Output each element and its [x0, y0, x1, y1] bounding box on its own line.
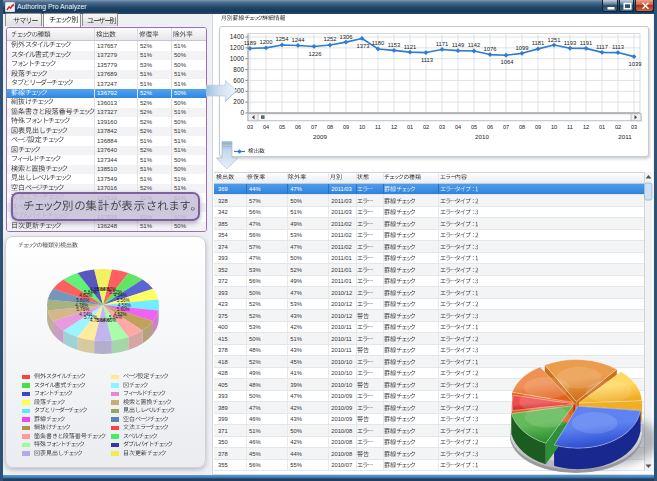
- svg-text:12: 12: [391, 124, 397, 130]
- svg-text:1251: 1251: [548, 37, 561, 43]
- svg-text:1254: 1254: [276, 36, 290, 42]
- svg-text:1306: 1306: [340, 34, 353, 40]
- svg-text:5.76%: 5.76%: [76, 307, 89, 312]
- svg-text:06: 06: [487, 124, 493, 130]
- svg-text:4.78%: 4.78%: [75, 303, 88, 308]
- svg-text:08: 08: [519, 124, 525, 130]
- svg-text:05: 05: [279, 124, 285, 130]
- svg-text:12: 12: [583, 124, 589, 130]
- svg-text:03: 03: [631, 124, 637, 130]
- svg-text:1113: 1113: [612, 44, 624, 50]
- svg-text:11: 11: [567, 124, 573, 130]
- svg-text:04: 04: [263, 124, 269, 130]
- svg-text:01: 01: [407, 124, 413, 130]
- svg-text:5.88%: 5.88%: [96, 287, 109, 292]
- svg-text:06: 06: [295, 124, 301, 130]
- svg-text:1244: 1244: [292, 37, 306, 43]
- svg-text:02: 02: [423, 124, 429, 130]
- svg-text:10: 10: [551, 124, 557, 130]
- svg-text:1181: 1181: [532, 40, 544, 46]
- svg-text:10: 10: [359, 124, 365, 130]
- svg-text:0: 0: [240, 109, 244, 116]
- svg-text:1099: 1099: [516, 45, 529, 51]
- svg-text:03: 03: [439, 124, 445, 130]
- svg-text:07: 07: [311, 124, 317, 130]
- svg-text:1180: 1180: [372, 40, 384, 46]
- svg-text:1113: 1113: [421, 57, 433, 63]
- svg-text:1142: 1142: [468, 42, 480, 48]
- svg-text:03: 03: [247, 124, 253, 130]
- svg-text:1189: 1189: [244, 40, 256, 46]
- svg-text:05: 05: [471, 124, 477, 130]
- svg-text:1121: 1121: [404, 44, 416, 50]
- svg-text:1373: 1373: [357, 43, 370, 49]
- svg-text:01: 01: [599, 124, 605, 130]
- svg-text:08: 08: [327, 124, 333, 130]
- svg-text:1191: 1191: [580, 40, 592, 46]
- svg-text:1200: 1200: [230, 44, 245, 51]
- svg-text:1076: 1076: [484, 46, 497, 52]
- svg-text:1200: 1200: [260, 39, 273, 45]
- svg-text:1400: 1400: [230, 33, 245, 40]
- svg-text:09: 09: [343, 124, 349, 130]
- svg-text:1171: 1171: [436, 41, 448, 47]
- svg-text:1039: 1039: [629, 61, 642, 67]
- svg-text:02: 02: [615, 124, 621, 130]
- svg-text:1117: 1117: [596, 44, 608, 50]
- svg-text:07: 07: [503, 124, 509, 130]
- svg-text:800: 800: [233, 66, 244, 73]
- svg-text:11: 11: [375, 124, 381, 130]
- svg-text:1193: 1193: [564, 40, 576, 46]
- svg-text:1000: 1000: [230, 55, 245, 62]
- svg-text:2009: 2009: [313, 133, 327, 140]
- svg-text:04: 04: [455, 124, 461, 130]
- svg-text:1252: 1252: [324, 36, 337, 42]
- svg-text:1226: 1226: [309, 51, 322, 57]
- svg-text:1149: 1149: [452, 42, 464, 48]
- svg-text:1064: 1064: [501, 59, 515, 65]
- svg-text:2011: 2011: [618, 133, 632, 140]
- svg-text:5.80%: 5.80%: [76, 298, 89, 303]
- svg-text:09: 09: [535, 124, 541, 130]
- svg-text:1153: 1153: [388, 42, 400, 48]
- svg-text:2010: 2010: [475, 133, 489, 140]
- svg-text:4.74%: 4.74%: [79, 312, 92, 317]
